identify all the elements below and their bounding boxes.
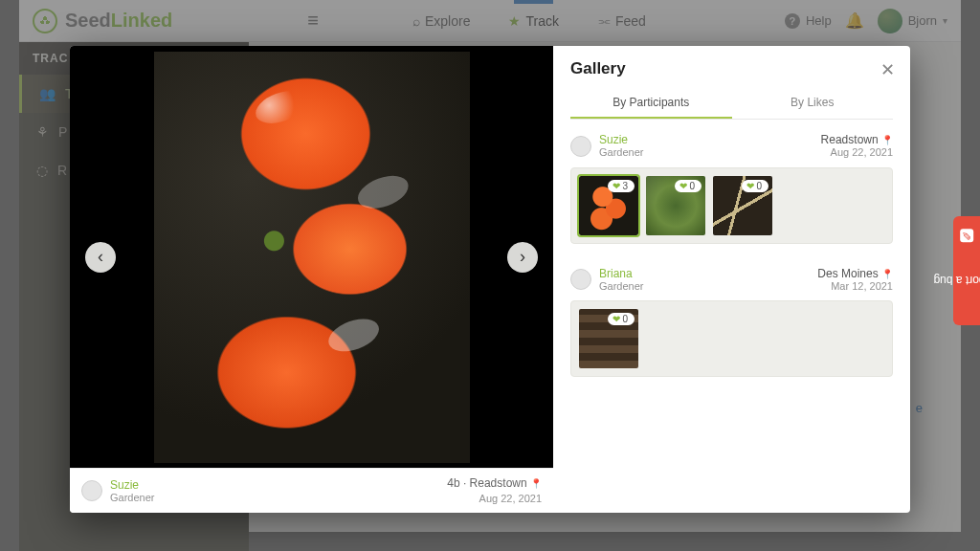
- thumb-0-1[interactable]: ❤0: [646, 176, 705, 235]
- caption-date: Aug 22, 2021: [447, 492, 542, 505]
- thumb-0-0-like-count: 3: [622, 181, 628, 191]
- tab-by-likes-label: By Likes: [791, 96, 834, 109]
- thumb-0-0-likes[interactable]: ❤3: [608, 180, 635, 192]
- heart-icon: ❤: [612, 181, 620, 191]
- caption-meta-prefix: 4b: [447, 476, 459, 490]
- grower-head-0: Suzie Gardener Readstown 📍 Aug 22, 2021: [570, 133, 893, 160]
- grower-0-thumbs: ❤3 ❤0 ❤0: [570, 167, 893, 244]
- close-icon: ✕: [880, 60, 895, 79]
- grower-block-1: Briana Gardener Des Moines 📍 Mar 12, 202…: [570, 267, 893, 378]
- grower-1-role: Gardener: [599, 280, 643, 293]
- image-caption: Suzie Gardener 4b · Readstown 📍 Aug 22, …: [70, 468, 553, 513]
- grower-0-city: Readstown: [821, 133, 879, 146]
- thumb-1-0-like-count: 0: [622, 314, 628, 324]
- avatar-icon: [570, 136, 591, 157]
- image-viewer-stage: ‹ ›: [70, 46, 553, 468]
- avatar-icon: [570, 269, 591, 290]
- tab-by-participants[interactable]: By Participants: [570, 88, 732, 119]
- heart-icon: ❤: [612, 314, 620, 324]
- location-pin-icon: 📍: [881, 135, 893, 145]
- thumb-0-1-like-count: 0: [689, 181, 695, 191]
- thumb-0-2[interactable]: ❤0: [713, 176, 772, 235]
- thumb-0-2-likes[interactable]: ❤0: [742, 180, 768, 192]
- chevron-right-icon: ›: [520, 247, 525, 267]
- caption-userrole: Gardener: [110, 492, 154, 503]
- prev-image-button[interactable]: ‹: [85, 242, 116, 273]
- thumb-0-0[interactable]: ❤3: [579, 176, 638, 235]
- modal-backdrop[interactable]: ‹ › Suzie Gardener 4b · Readst: [0, 0, 980, 551]
- next-image-button[interactable]: ›: [507, 242, 538, 273]
- tab-by-participants-label: By Participants: [612, 96, 689, 109]
- grower-0-role: Gardener: [599, 146, 643, 159]
- image-viewer: ‹ › Suzie Gardener 4b · Readst: [70, 46, 553, 513]
- gallery-tabs: By Participants By Likes: [570, 88, 893, 120]
- location-pin-icon: 📍: [881, 269, 893, 279]
- gallery-modal: ‹ › Suzie Gardener 4b · Readst: [70, 46, 910, 513]
- close-button[interactable]: ✕: [880, 59, 895, 80]
- location-pin-icon: 📍: [530, 478, 542, 489]
- pencil-icon: ✎: [960, 229, 973, 242]
- thumb-0-2-like-count: 0: [756, 181, 762, 191]
- thumb-1-0[interactable]: ❤0: [579, 309, 638, 368]
- gallery-title: Gallery: [570, 59, 893, 78]
- grower-head-1: Briana Gardener Des Moines 📍 Mar 12, 202…: [570, 267, 893, 294]
- grower-1-name[interactable]: Briana: [599, 267, 643, 280]
- report-bug-label: Report a bug: [933, 274, 980, 287]
- grower-1-city: Des Moines: [817, 267, 878, 280]
- grower-0-date: Aug 22, 2021: [821, 146, 893, 159]
- thumb-1-0-likes[interactable]: ❤0: [608, 313, 635, 325]
- heart-icon: ❤: [679, 181, 687, 191]
- tab-by-likes[interactable]: By Likes: [732, 88, 894, 119]
- main-image: [154, 52, 470, 463]
- gallery-panel: ✕ Gallery By Participants By Likes Suzie: [553, 46, 910, 513]
- caption-user: Suzie Gardener: [81, 478, 154, 503]
- grower-1-date: Mar 12, 2021: [817, 280, 893, 293]
- avatar-icon: [81, 480, 102, 501]
- report-bug-button[interactable]: Report a bug ✎: [953, 216, 980, 325]
- grower-block-0: Suzie Gardener Readstown 📍 Aug 22, 2021 …: [570, 133, 893, 244]
- caption-meta: 4b · Readstown 📍 Aug 22, 2021: [447, 476, 542, 505]
- heart-icon: ❤: [746, 181, 754, 191]
- chevron-left-icon: ‹: [98, 247, 103, 267]
- thumb-0-1-likes[interactable]: ❤0: [675, 180, 702, 192]
- grower-1-thumbs: ❤0: [570, 300, 893, 377]
- grower-0-name[interactable]: Suzie: [599, 133, 643, 146]
- caption-location: Readstown: [470, 476, 527, 490]
- caption-username[interactable]: Suzie: [110, 478, 154, 492]
